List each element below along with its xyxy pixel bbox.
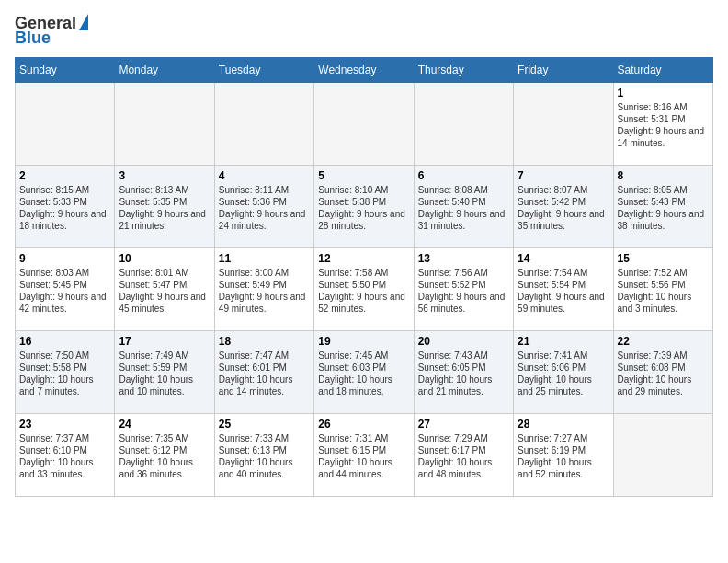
logo-triangle-icon	[79, 14, 88, 30]
page-header: General Blue	[15, 15, 713, 48]
column-header-monday: Monday	[115, 57, 214, 82]
day-info: Sunrise: 7:39 AM Sunset: 6:08 PM Dayligh…	[618, 350, 709, 397]
column-header-saturday: Saturday	[613, 57, 712, 82]
day-info: Sunrise: 8:11 AM Sunset: 5:36 PM Dayligh…	[219, 184, 310, 232]
calendar-cell: 5Sunrise: 8:10 AM Sunset: 5:38 PM Daylig…	[314, 165, 414, 247]
day-number: 22	[618, 335, 709, 348]
calendar-cell	[214, 82, 313, 165]
day-number: 14	[518, 252, 609, 265]
calendar-cell: 17Sunrise: 7:49 AM Sunset: 5:59 PM Dayli…	[115, 330, 214, 413]
calendar-cell: 1Sunrise: 8:16 AM Sunset: 5:31 PM Daylig…	[613, 82, 712, 165]
calendar-week-row: 2Sunrise: 8:15 AM Sunset: 5:33 PM Daylig…	[16, 165, 713, 247]
column-header-friday: Friday	[514, 57, 613, 82]
day-number: 28	[518, 418, 609, 431]
day-info: Sunrise: 8:00 AM Sunset: 5:49 PM Dayligh…	[219, 267, 310, 315]
calendar-cell: 9Sunrise: 8:03 AM Sunset: 5:45 PM Daylig…	[16, 247, 115, 330]
calendar-cell: 10Sunrise: 8:01 AM Sunset: 5:47 PM Dayli…	[115, 247, 214, 330]
day-number: 24	[119, 418, 210, 431]
day-info: Sunrise: 7:45 AM Sunset: 6:03 PM Dayligh…	[318, 350, 409, 397]
day-info: Sunrise: 8:08 AM Sunset: 5:40 PM Dayligh…	[418, 184, 509, 232]
calendar-cell: 22Sunrise: 7:39 AM Sunset: 6:08 PM Dayli…	[613, 330, 712, 413]
day-number: 6	[418, 169, 509, 182]
logo-blue-text: Blue	[15, 29, 51, 48]
calendar-cell: 18Sunrise: 7:47 AM Sunset: 6:01 PM Dayli…	[214, 330, 313, 413]
day-info: Sunrise: 7:47 AM Sunset: 6:01 PM Dayligh…	[219, 350, 310, 397]
calendar-cell: 23Sunrise: 7:37 AM Sunset: 6:10 PM Dayli…	[16, 413, 115, 496]
calendar-cell: 26Sunrise: 7:31 AM Sunset: 6:15 PM Dayli…	[314, 413, 414, 496]
day-number: 23	[19, 418, 110, 431]
calendar-week-row: 1Sunrise: 8:16 AM Sunset: 5:31 PM Daylig…	[16, 82, 713, 165]
calendar-cell	[514, 82, 613, 165]
day-info: Sunrise: 7:56 AM Sunset: 5:52 PM Dayligh…	[418, 267, 509, 315]
calendar-week-row: 16Sunrise: 7:50 AM Sunset: 5:58 PM Dayli…	[16, 330, 713, 413]
day-info: Sunrise: 7:54 AM Sunset: 5:54 PM Dayligh…	[518, 267, 609, 315]
calendar-cell: 16Sunrise: 7:50 AM Sunset: 5:58 PM Dayli…	[16, 330, 115, 413]
day-info: Sunrise: 7:27 AM Sunset: 6:19 PM Dayligh…	[518, 432, 609, 480]
day-number: 5	[318, 169, 409, 182]
day-number: 11	[219, 252, 310, 265]
calendar-cell: 19Sunrise: 7:45 AM Sunset: 6:03 PM Dayli…	[314, 330, 414, 413]
column-header-wednesday: Wednesday	[314, 57, 414, 82]
calendar-week-row: 9Sunrise: 8:03 AM Sunset: 5:45 PM Daylig…	[16, 247, 713, 330]
day-number: 25	[219, 418, 310, 431]
day-number: 1	[618, 86, 709, 99]
column-header-tuesday: Tuesday	[214, 57, 313, 82]
column-header-thursday: Thursday	[414, 57, 513, 82]
calendar-cell: 2Sunrise: 8:15 AM Sunset: 5:33 PM Daylig…	[16, 165, 115, 247]
calendar-cell: 8Sunrise: 8:05 AM Sunset: 5:43 PM Daylig…	[613, 165, 712, 247]
calendar-cell: 11Sunrise: 8:00 AM Sunset: 5:49 PM Dayli…	[214, 247, 313, 330]
column-header-sunday: Sunday	[16, 57, 115, 82]
calendar-cell: 13Sunrise: 7:56 AM Sunset: 5:52 PM Dayli…	[414, 247, 513, 330]
calendar-cell: 3Sunrise: 8:13 AM Sunset: 5:35 PM Daylig…	[115, 165, 214, 247]
day-info: Sunrise: 8:03 AM Sunset: 5:45 PM Dayligh…	[19, 267, 110, 315]
calendar-cell: 7Sunrise: 8:07 AM Sunset: 5:42 PM Daylig…	[514, 165, 613, 247]
day-number: 2	[19, 169, 110, 182]
calendar-cell: 6Sunrise: 8:08 AM Sunset: 5:40 PM Daylig…	[414, 165, 513, 247]
calendar-cell: 20Sunrise: 7:43 AM Sunset: 6:05 PM Dayli…	[414, 330, 513, 413]
day-info: Sunrise: 7:43 AM Sunset: 6:05 PM Dayligh…	[418, 350, 509, 397]
calendar-cell: 15Sunrise: 7:52 AM Sunset: 5:56 PM Dayli…	[613, 247, 712, 330]
day-info: Sunrise: 7:35 AM Sunset: 6:12 PM Dayligh…	[119, 432, 210, 480]
day-info: Sunrise: 8:07 AM Sunset: 5:42 PM Dayligh…	[518, 184, 609, 232]
day-info: Sunrise: 7:29 AM Sunset: 6:17 PM Dayligh…	[418, 432, 509, 480]
day-number: 9	[19, 252, 110, 265]
day-number: 27	[418, 418, 509, 431]
day-info: Sunrise: 8:13 AM Sunset: 5:35 PM Dayligh…	[119, 184, 210, 232]
day-info: Sunrise: 7:52 AM Sunset: 5:56 PM Dayligh…	[618, 267, 709, 315]
day-number: 3	[119, 169, 210, 182]
logo: General Blue	[15, 15, 88, 48]
calendar-cell: 4Sunrise: 8:11 AM Sunset: 5:36 PM Daylig…	[214, 165, 313, 247]
day-info: Sunrise: 8:10 AM Sunset: 5:38 PM Dayligh…	[318, 184, 409, 232]
day-number: 7	[518, 169, 609, 182]
calendar-cell	[115, 82, 214, 165]
day-number: 19	[318, 335, 409, 348]
day-info: Sunrise: 7:50 AM Sunset: 5:58 PM Dayligh…	[19, 350, 110, 397]
day-info: Sunrise: 7:33 AM Sunset: 6:13 PM Dayligh…	[219, 432, 310, 480]
day-info: Sunrise: 8:15 AM Sunset: 5:33 PM Dayligh…	[19, 184, 110, 232]
day-number: 26	[318, 418, 409, 431]
calendar-header-row: SundayMondayTuesdayWednesdayThursdayFrid…	[16, 57, 713, 82]
day-number: 8	[618, 169, 709, 182]
calendar-cell: 12Sunrise: 7:58 AM Sunset: 5:50 PM Dayli…	[314, 247, 414, 330]
day-info: Sunrise: 7:37 AM Sunset: 6:10 PM Dayligh…	[19, 432, 110, 480]
day-number: 12	[318, 252, 409, 265]
day-number: 10	[119, 252, 210, 265]
day-number: 20	[418, 335, 509, 348]
calendar-cell: 25Sunrise: 7:33 AM Sunset: 6:13 PM Dayli…	[214, 413, 313, 496]
day-number: 15	[618, 252, 709, 265]
day-number: 13	[418, 252, 509, 265]
day-number: 4	[219, 169, 310, 182]
calendar-cell: 28Sunrise: 7:27 AM Sunset: 6:19 PM Dayli…	[514, 413, 613, 496]
calendar-cell	[16, 82, 115, 165]
calendar-cell: 14Sunrise: 7:54 AM Sunset: 5:54 PM Dayli…	[514, 247, 613, 330]
day-info: Sunrise: 8:01 AM Sunset: 5:47 PM Dayligh…	[119, 267, 210, 315]
calendar-cell	[314, 82, 414, 165]
calendar-cell: 21Sunrise: 7:41 AM Sunset: 6:06 PM Dayli…	[514, 330, 613, 413]
calendar-table: SundayMondayTuesdayWednesdayThursdayFrid…	[15, 57, 713, 497]
day-info: Sunrise: 7:49 AM Sunset: 5:59 PM Dayligh…	[119, 350, 210, 397]
day-number: 17	[119, 335, 210, 348]
day-number: 16	[19, 335, 110, 348]
calendar-cell	[414, 82, 513, 165]
calendar-week-row: 23Sunrise: 7:37 AM Sunset: 6:10 PM Dayli…	[16, 413, 713, 496]
day-number: 21	[518, 335, 609, 348]
